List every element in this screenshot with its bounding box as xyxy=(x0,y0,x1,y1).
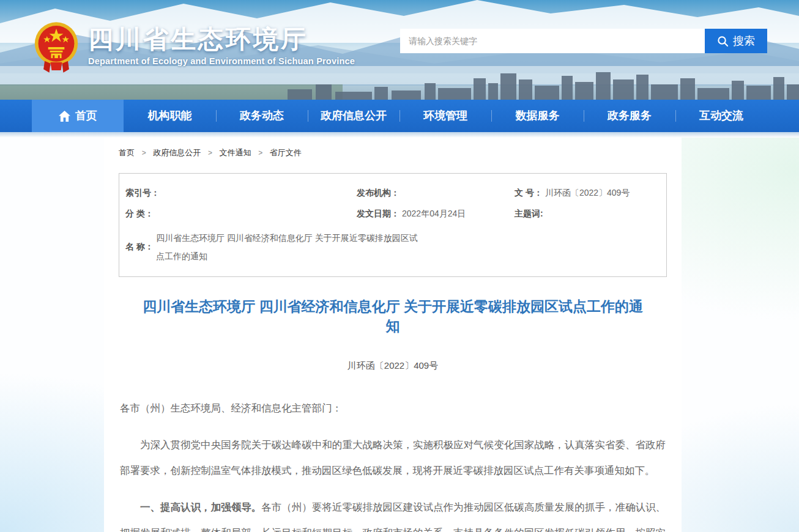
site-banner: 四川省生态环境厅 Department of Ecology and Envir… xyxy=(0,0,799,100)
document-meta-box: 索引号： 发布机构： 文 号： 川环函〔2022〕409号 分 类： 发文日期： xyxy=(119,173,667,277)
meta-name-value: 四川省生态环境厅 四川省经济和信息化厅 关于开展近零碳排放园区试点工作的通知 xyxy=(156,229,425,265)
meta-agency-label: 发布机构： xyxy=(357,186,400,199)
nav-item-label: 互动交流 xyxy=(699,100,743,132)
article-paragraph-2-lead: 一、提高认识，加强领导。 xyxy=(140,501,261,512)
meta-index: 索引号： xyxy=(125,186,357,199)
nav-item-interaction[interactable]: 互动交流 xyxy=(675,100,767,132)
article-body: 各市（州）生态环境局、经济和信息化主管部门： 为深入贯彻党中央国务院关于碳达峰碳… xyxy=(120,395,666,532)
site-title-cn: 四川省生态环境厅 xyxy=(88,25,355,54)
article-paragraph-2: 一、提高认识，加强领导。各市（州）要将近零碳排放园区建设试点作为推动园区低碳高质… xyxy=(120,494,666,532)
nav-item-gov-services[interactable]: 政务服务 xyxy=(584,100,675,132)
site-titles: 四川省生态环境厅 Department of Ecology and Envir… xyxy=(88,20,355,66)
nav-item-label: 政务动态 xyxy=(240,100,284,132)
search-button-label: 搜索 xyxy=(733,34,755,48)
nav-item-label: 政府信息公开 xyxy=(321,100,387,132)
meta-category-label: 分 类： xyxy=(125,207,154,220)
meta-docno: 文 号： 川环函〔2022〕409号 xyxy=(515,186,656,199)
meta-agency: 发布机构： xyxy=(357,186,515,199)
nav-item-label: 首页 xyxy=(75,100,97,132)
meta-index-label: 索引号： xyxy=(125,186,160,199)
search-input[interactable] xyxy=(400,29,705,53)
breadcrumb-separator: > xyxy=(142,149,146,157)
meta-docno-label: 文 号： xyxy=(515,186,543,199)
breadcrumb-info-disclosure[interactable]: 政府信息公开 xyxy=(153,148,201,157)
article-paragraph-1: 为深入贯彻党中央国务院关于碳达峰碳中和的重大战略决策，实施积极应对气候变化国家战… xyxy=(120,432,666,483)
meta-docno-value: 川环函〔2022〕409号 xyxy=(545,186,630,199)
page-background: 首页 > 政府信息公开 > 文件通知 > 省厅文件 索引号： 发布机构： 文 号… xyxy=(0,138,799,532)
main-nav: 首页 机构职能 政务动态 政府信息公开 环境管理 数据服务 政务服务 互动交流 xyxy=(0,100,799,132)
article-salutation: 各市（州）生态环境局、经济和信息化主管部门： xyxy=(120,395,666,421)
site-logo: 四川省生态环境厅 Department of Ecology and Envir… xyxy=(33,20,355,75)
breadcrumb-file-notices[interactable]: 文件通知 xyxy=(220,148,251,157)
nav-item-label: 机构职能 xyxy=(147,100,191,132)
site-title-en: Department of Ecology and Environment of… xyxy=(88,56,355,66)
nav-shadow xyxy=(0,132,799,138)
meta-date: 发文日期： 2022年04月24日 xyxy=(357,207,515,220)
breadcrumb-home[interactable]: 首页 xyxy=(119,148,135,157)
meta-name: 名 称： 四川省生态环境厅 四川省经济和信息化厅 关于开展近零碳排放园区试点工作… xyxy=(125,229,656,265)
nav-item-label: 政务服务 xyxy=(608,100,652,132)
nav-item-label: 数据服务 xyxy=(515,100,559,132)
nav-item-org-functions[interactable]: 机构职能 xyxy=(124,100,215,132)
meta-keywords-label: 主题词: xyxy=(515,207,543,220)
meta-date-label: 发文日期： xyxy=(357,207,400,220)
content-panel: 首页 > 政府信息公开 > 文件通知 > 省厅文件 索引号： 发布机构： 文 号… xyxy=(104,138,682,532)
breadcrumb-dept-files[interactable]: 省厅文件 xyxy=(270,148,302,157)
breadcrumb-separator: > xyxy=(208,149,212,157)
meta-name-label: 名 称： xyxy=(125,242,154,253)
nav-item-info-disclosure[interactable]: 政府信息公开 xyxy=(308,100,400,132)
nav-item-env-management[interactable]: 环境管理 xyxy=(400,100,491,132)
nav-item-gov-news[interactable]: 政务动态 xyxy=(216,100,308,132)
national-emblem-icon xyxy=(33,20,80,75)
search-bar: 搜索 xyxy=(400,29,767,53)
nav-item-home[interactable]: 首页 xyxy=(32,100,124,132)
article-title: 四川省生态环境厅 四川省经济和信息化厅 关于开展近零碳排放园区试点工作的通知 xyxy=(137,297,648,336)
search-button[interactable]: 搜索 xyxy=(705,29,767,53)
breadcrumb-separator: > xyxy=(258,149,262,157)
article-doc-number: 川环函〔2022〕409号 xyxy=(119,360,667,372)
breadcrumb: 首页 > 政府信息公开 > 文件通知 > 省厅文件 xyxy=(119,147,667,158)
meta-keywords: 主题词: xyxy=(515,207,656,220)
home-icon xyxy=(59,111,70,122)
search-icon xyxy=(717,35,729,47)
meta-date-value: 2022年04月24日 xyxy=(402,207,466,220)
nav-item-label: 环境管理 xyxy=(423,100,467,132)
meta-category: 分 类： xyxy=(125,207,357,220)
nav-item-data-services[interactable]: 数据服务 xyxy=(491,100,583,132)
